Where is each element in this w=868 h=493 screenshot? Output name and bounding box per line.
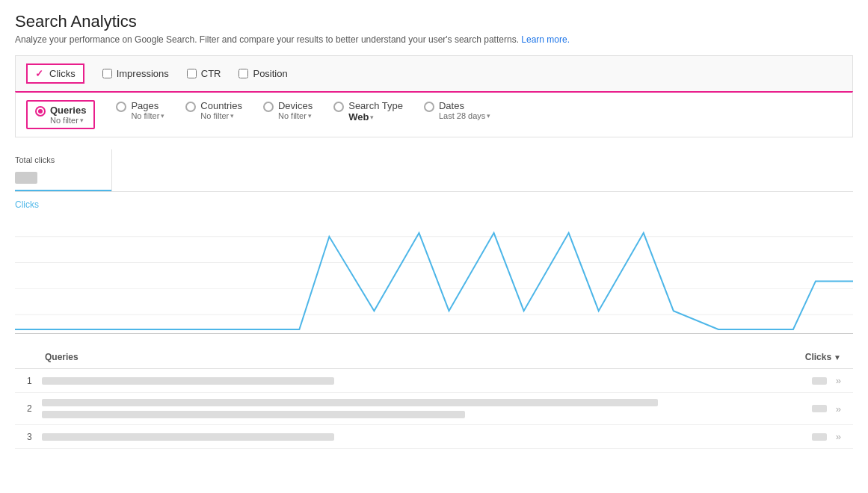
row-1-clicks: » bbox=[812, 375, 841, 386]
search-type-sublabel: Web ▾ bbox=[348, 111, 403, 123]
queries-label: Queries bbox=[50, 105, 86, 116]
row-2-expand-icon[interactable]: » bbox=[836, 403, 841, 415]
clicks-checkmark: ✓ bbox=[35, 68, 43, 79]
metric-ctr[interactable]: CTR bbox=[187, 68, 221, 79]
position-checkbox[interactable] bbox=[238, 69, 248, 78]
chart-section: Clicks bbox=[15, 192, 853, 334]
metric-position[interactable]: Position bbox=[238, 68, 287, 79]
search-type-dropdown-arrow: ▾ bbox=[370, 114, 374, 121]
filter-queries[interactable]: Queries No filter ▾ bbox=[26, 100, 95, 129]
table-row: 2 » bbox=[15, 393, 853, 425]
pages-sublabel: No filter ▾ bbox=[131, 111, 164, 120]
queries-text-block: Queries No filter ▾ bbox=[50, 105, 86, 125]
filter-pages[interactable]: Pages No filter ▾ bbox=[116, 100, 164, 120]
filter-search-type[interactable]: Search Type Web ▾ bbox=[333, 100, 403, 123]
page-title: Search Analytics bbox=[15, 12, 853, 31]
chart-label: Clicks bbox=[15, 199, 853, 210]
row-3-num: 3 bbox=[27, 432, 42, 442]
col-clicks-header[interactable]: Clicks ▼ bbox=[805, 352, 841, 362]
metric-impressions-label: Impressions bbox=[117, 68, 169, 79]
row-1-query-blur bbox=[42, 377, 334, 385]
row-1-click-value bbox=[812, 377, 827, 385]
countries-dropdown-arrow: ▾ bbox=[230, 112, 234, 120]
filter-row: Queries No filter ▾ Pages No filter ▾ bbox=[15, 91, 853, 137]
queries-sublabel: No filter ▾ bbox=[50, 116, 86, 125]
row-2-query-blur2 bbox=[42, 411, 465, 418]
ctr-checkbox[interactable] bbox=[187, 69, 197, 78]
row-3-click-value bbox=[812, 433, 827, 441]
page-description: Analyze your performance on Google Searc… bbox=[15, 34, 853, 45]
total-clicks-value bbox=[15, 172, 37, 184]
row-3-query bbox=[42, 433, 812, 441]
metrics-row: ✓ Clicks Impressions CTR Position bbox=[15, 55, 853, 91]
search-type-label: Search Type bbox=[348, 100, 403, 111]
metric-impressions[interactable]: Impressions bbox=[102, 68, 169, 79]
filter-devices[interactable]: Devices No filter ▾ bbox=[263, 100, 313, 120]
pages-label: Pages bbox=[131, 100, 164, 111]
row-3-query-blur bbox=[42, 433, 334, 441]
row-2-click-value bbox=[812, 405, 827, 412]
devices-radio bbox=[263, 102, 274, 112]
queries-dropdown-arrow: ▾ bbox=[80, 117, 84, 124]
row-1-num: 1 bbox=[27, 376, 42, 386]
filter-dates[interactable]: Dates Last 28 days ▾ bbox=[424, 100, 490, 120]
total-clicks-block: Total clicks bbox=[15, 149, 112, 191]
row-2-clicks: » bbox=[812, 403, 841, 415]
table-header: Queries Clicks ▼ bbox=[15, 346, 853, 369]
table-row: 3 » bbox=[15, 425, 853, 449]
dates-sublabel: Last 28 days ▾ bbox=[439, 111, 490, 120]
stats-section: Total clicks bbox=[15, 149, 853, 192]
pages-dropdown-arrow: ▾ bbox=[161, 112, 164, 120]
devices-sublabel: No filter ▾ bbox=[278, 111, 313, 120]
countries-label: Countries bbox=[200, 100, 242, 111]
dates-label: Dates bbox=[439, 100, 490, 111]
row-2-query bbox=[42, 399, 812, 418]
row-1-expand-icon[interactable]: » bbox=[836, 375, 841, 386]
metric-position-label: Position bbox=[253, 68, 287, 79]
total-clicks-underline bbox=[15, 190, 111, 191]
search-type-radio bbox=[333, 102, 344, 112]
pages-radio bbox=[116, 102, 126, 112]
queries-radio bbox=[35, 106, 46, 117]
chart-svg bbox=[15, 214, 853, 333]
table-section: Queries Clicks ▼ 1 » 2 bbox=[15, 346, 853, 449]
filter-countries[interactable]: Countries No filter ▾ bbox=[185, 100, 242, 120]
col-queries-header[interactable]: Queries bbox=[45, 352, 79, 362]
row-3-clicks: » bbox=[812, 431, 841, 442]
devices-label: Devices bbox=[278, 100, 313, 111]
learn-more-link[interactable]: Learn more. bbox=[521, 34, 570, 45]
sort-arrow-icon: ▼ bbox=[834, 353, 841, 362]
metric-ctr-label: CTR bbox=[201, 68, 221, 79]
devices-dropdown-arrow: ▾ bbox=[308, 112, 312, 120]
row-1-query bbox=[42, 377, 812, 385]
row-2-query-blur bbox=[42, 399, 658, 406]
impressions-checkbox[interactable] bbox=[102, 69, 112, 78]
chart-area bbox=[15, 214, 853, 334]
table-row: 1 » bbox=[15, 369, 853, 393]
countries-sublabel: No filter ▾ bbox=[200, 111, 242, 120]
row-2-num: 2 bbox=[27, 403, 42, 414]
total-clicks-title: Total clicks bbox=[15, 155, 111, 164]
metric-clicks-label: Clicks bbox=[49, 68, 76, 79]
dates-dropdown-arrow: ▾ bbox=[487, 112, 490, 120]
page-container: Search Analytics Analyze your performanc… bbox=[0, 0, 868, 461]
dates-radio bbox=[424, 102, 434, 112]
metric-clicks[interactable]: ✓ Clicks bbox=[26, 63, 84, 84]
row-3-expand-icon[interactable]: » bbox=[836, 431, 841, 442]
countries-radio bbox=[185, 102, 196, 112]
